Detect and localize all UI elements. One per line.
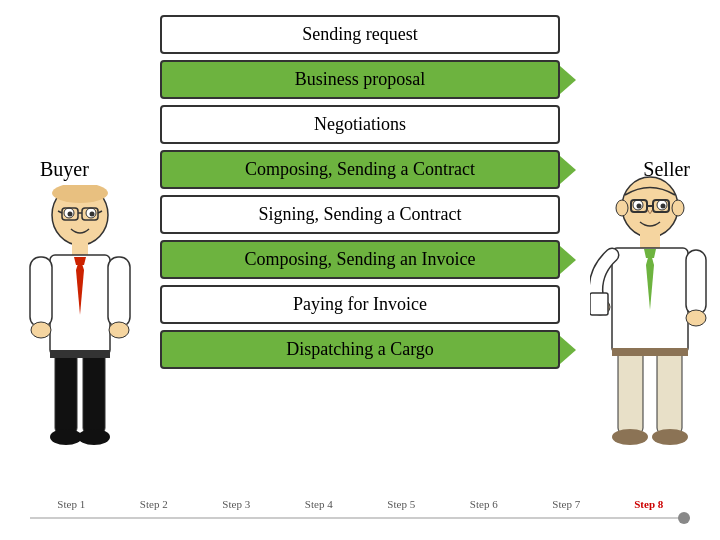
svg-point-17 — [31, 322, 51, 338]
svg-marker-14 — [74, 257, 86, 265]
svg-point-30 — [661, 204, 666, 209]
svg-rect-16 — [108, 257, 130, 327]
seller-character — [590, 175, 710, 445]
svg-point-4 — [68, 212, 73, 217]
svg-point-23 — [78, 429, 110, 445]
svg-rect-19 — [55, 353, 77, 433]
svg-rect-15 — [30, 257, 52, 327]
buyer-label: Buyer — [40, 158, 89, 181]
svg-point-45 — [612, 429, 648, 445]
svg-rect-20 — [83, 353, 105, 433]
svg-rect-42 — [618, 351, 643, 433]
steps-navigation: Step 1 Step 2 Step 3 Step 4 Step 5 Step … — [30, 498, 690, 522]
svg-point-18 — [109, 322, 129, 338]
step-3[interactable]: Step 3 — [195, 498, 278, 510]
step-8[interactable]: Step 8 — [608, 498, 691, 510]
step-1[interactable]: Step 1 — [30, 498, 113, 510]
step-signing-contract: Signing, Sending a Contract — [160, 195, 560, 234]
step-2[interactable]: Step 2 — [113, 498, 196, 510]
svg-rect-40 — [590, 293, 608, 315]
svg-rect-34 — [640, 234, 660, 249]
svg-marker-37 — [644, 249, 656, 258]
step-dispatching-cargo: Dispatching a Cargo — [160, 330, 560, 369]
process-area: Sending request Business proposal Negoti… — [160, 15, 560, 369]
svg-point-41 — [686, 310, 706, 326]
step-business-proposal: Business proposal — [160, 60, 560, 99]
step-5[interactable]: Step 5 — [360, 498, 443, 510]
step-6[interactable]: Step 6 — [443, 498, 526, 510]
svg-point-46 — [652, 429, 688, 445]
steps-progress-line — [30, 514, 690, 522]
step-composing-invoice: Composing, Sending an Invoice — [160, 240, 560, 279]
buyer-character — [25, 185, 135, 445]
step-7[interactable]: Step 7 — [525, 498, 608, 510]
svg-rect-43 — [657, 351, 682, 433]
svg-point-26 — [672, 200, 684, 216]
svg-point-29 — [637, 204, 642, 209]
svg-rect-21 — [50, 350, 110, 358]
step-sending-request: Sending request — [160, 15, 560, 54]
svg-rect-44 — [612, 348, 688, 356]
steps-current-dot — [678, 512, 690, 524]
svg-point-25 — [616, 200, 628, 216]
step-negotiations: Negotiations — [160, 105, 560, 144]
svg-point-5 — [90, 212, 95, 217]
main-container: Buyer Seller — [0, 0, 720, 540]
svg-rect-38 — [686, 250, 706, 315]
steps-track — [30, 517, 690, 519]
steps-labels-row: Step 1 Step 2 Step 3 Step 4 Step 5 Step … — [30, 498, 690, 510]
step-4[interactable]: Step 4 — [278, 498, 361, 510]
svg-point-22 — [50, 429, 82, 445]
step-composing-contract: Composing, Sending a Contract — [160, 150, 560, 189]
step-paying-invoice: Paying for Invoice — [160, 285, 560, 324]
